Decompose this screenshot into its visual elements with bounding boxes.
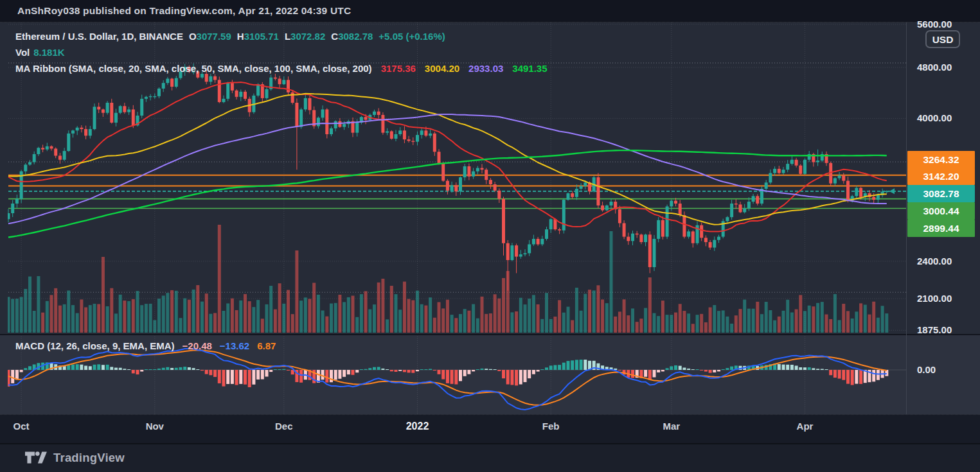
time-axis-label: Apr [797, 421, 814, 432]
price-tick-label: 4000.00 [917, 112, 976, 123]
price-tag: 3000.44 [907, 202, 975, 220]
change-value: +5.05 (+0.16%) [379, 31, 445, 42]
macd-zero-tick-label: 0.00 [917, 364, 976, 375]
symbol-legend: Ethereum / U.S. Dollar, 1D, BINANCEO3077… [15, 31, 445, 42]
macd-value: −20.48 [183, 340, 212, 351]
tradingview-link[interactable]: TradingView [24, 450, 125, 465]
price-tag: 3264.32 [907, 151, 975, 168]
volume-label: Vol [15, 47, 30, 58]
ohlc-value: 3105.71 [244, 31, 279, 42]
ohlc-value: 3082.78 [338, 31, 373, 42]
time-axis-label: Mar [663, 421, 680, 432]
ohlc-letter: H [237, 31, 244, 42]
price-tag: 3142.20 [907, 168, 975, 185]
ohlc-letter: C [331, 31, 338, 42]
ohlc-letter: O [189, 31, 197, 42]
volume-legend: Vol8.181K [15, 47, 65, 58]
tradingview-logo-icon [24, 450, 48, 465]
time-axis-label: Feb [542, 421, 560, 432]
ohlc-value: 3072.82 [290, 31, 325, 42]
macd-values: −20.48−13.626.87 [175, 340, 276, 351]
currency-toggle-button[interactable]: USD [925, 30, 960, 48]
time-axis-label: Oct [13, 421, 30, 432]
ohlc-value: 3077.59 [197, 31, 231, 42]
time-axis-label: Dec [275, 421, 293, 432]
price-tick-label: 2400.00 [917, 256, 976, 267]
time-axis[interactable]: OctNovDec2022FebMarApr [0, 414, 980, 443]
price-tick-label: 4800.00 [917, 62, 976, 73]
ma-value: 3491.35 [512, 63, 547, 74]
ma-value: 3004.20 [425, 63, 459, 74]
publish-header: AnShRoy038 published on TradingView.com,… [0, 0, 980, 22]
footer-bar: TradingView [0, 443, 980, 472]
price-tag: 3082.78 [907, 185, 975, 202]
tradingview-snapshot: AnShRoy038 published on TradingView.com,… [0, 0, 980, 472]
macd-value: −13.62 [220, 340, 249, 351]
ohlc-letter: L [285, 31, 290, 42]
macd-legend: MACD (12, 26, close, 9, EMA, EMA)−20.48−… [15, 340, 276, 351]
ma-ribbon-title: MA Ribbon (SMA, close, 20, SMA, close, 5… [15, 63, 372, 74]
macd-value: 6.87 [257, 340, 276, 351]
symbol-title: Ethereum / U.S. Dollar, 1D, BINANCE [15, 31, 183, 42]
price-tick-label: 1875.00 [917, 324, 976, 335]
time-axis-label: Nov [146, 421, 164, 432]
volume-value: 8.181K [33, 47, 64, 58]
time-axis-label: 2022 [406, 421, 429, 432]
price-tick-label: 2100.00 [917, 293, 976, 304]
price-tag: 2899.44 [907, 220, 975, 237]
price-axis-divider [906, 22, 907, 414]
ma-ribbon-legend: MA Ribbon (SMA, close, 20, SMA, close, 5… [15, 63, 548, 74]
publish-attribution: AnShRoy038 published on TradingView.com,… [17, 0, 351, 22]
pane-divider[interactable] [0, 334, 980, 335]
ma-value: 3175.36 [381, 63, 416, 74]
ma-value: 2933.03 [468, 63, 503, 74]
price-tick-label: 5600.00 [917, 19, 976, 30]
macd-title: MACD (12, 26, close, 9, EMA, EMA) [15, 340, 175, 351]
ma-ribbon-values: 3175.363004.202933.033491.35 [372, 63, 548, 74]
tradingview-wordmark: TradingView [53, 451, 125, 465]
